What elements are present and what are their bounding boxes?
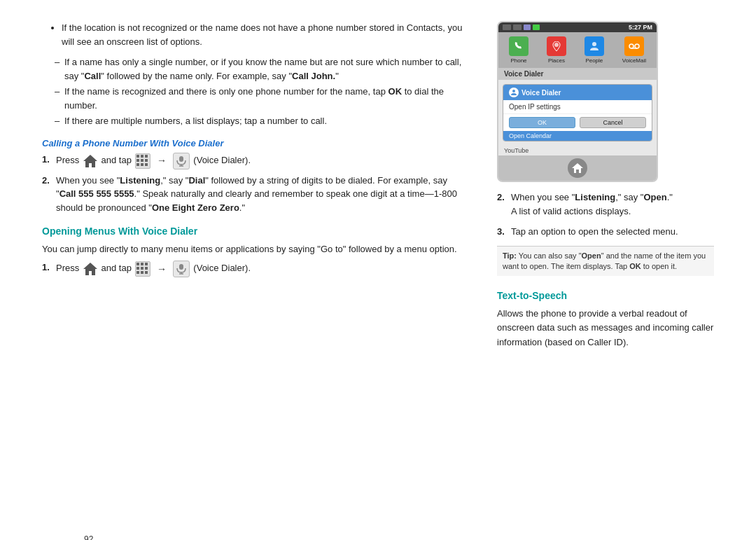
tip-box: Tip: You can also say "Open" and the nam… <box>497 246 714 277</box>
section2-heading: Opening Menus With Voice Dialer <box>42 226 469 237</box>
phone-dialog: Voice Dialer Open IP settings OK Cancel … <box>503 84 652 141</box>
svg-point-31 <box>512 90 515 92</box>
open-bold: Open <box>643 192 666 202</box>
phone-home-bar <box>498 155 657 181</box>
app-phone-label: Phone <box>510 57 526 64</box>
sub-item-3: If there are multiple numbers, a list di… <box>55 114 469 128</box>
bullet-list: If the location is not recognized or the… <box>49 21 469 48</box>
dialog-option-1: Open IP settings <box>503 100 652 114</box>
svg-rect-17 <box>136 267 139 270</box>
right-step-2: 2. When you see "Listening," say "Open."… <box>497 191 714 218</box>
status-icons-left <box>503 25 540 30</box>
app-voicemail: VoiceMail <box>622 36 646 64</box>
text-to-speech-heading: Text-to-Speech <box>497 290 714 301</box>
app-places: Places <box>547 36 566 64</box>
arrow-icon-2: → <box>157 262 167 277</box>
step2-sub: A list of valid actions displays. <box>511 206 631 216</box>
section1-heading: Calling a Phone Number With Voice Dialer <box>42 138 469 148</box>
svg-rect-2 <box>141 155 144 158</box>
svg-rect-8 <box>141 163 144 166</box>
svg-rect-16 <box>145 263 148 265</box>
right-steps: 2. When you see "Listening," say "Open."… <box>497 191 714 239</box>
svg-rect-21 <box>141 271 144 274</box>
battery-icon <box>533 25 540 30</box>
right-step-3: 3. Tap an option to open the selected me… <box>497 225 714 239</box>
svg-rect-22 <box>145 271 148 274</box>
svg-rect-20 <box>136 271 139 274</box>
svg-rect-7 <box>136 163 139 166</box>
sub-item-1: If a name has only a single number, or i… <box>55 55 469 83</box>
right-column: 5:27 PM Phone Places <box>497 21 714 354</box>
app-people-icon <box>584 36 604 56</box>
arrow-icon: → <box>157 153 167 168</box>
svg-rect-4 <box>136 159 139 162</box>
section2-body: You can jump directly to many menu items… <box>42 242 469 256</box>
app-phone-icon <box>509 36 528 56</box>
svg-rect-19 <box>145 267 148 270</box>
voice-dialer-bar: Voice Dialer <box>498 68 657 80</box>
svg-point-27 <box>592 42 596 46</box>
home-icon <box>83 154 97 168</box>
app-phone: Phone <box>509 36 528 64</box>
svg-rect-1 <box>136 155 139 158</box>
dialog-cancel-button[interactable]: Cancel <box>580 117 646 128</box>
svg-rect-15 <box>141 263 144 265</box>
grid-icon <box>135 153 150 169</box>
left-column: If the location is not recognized or the… <box>42 21 469 354</box>
svg-point-29 <box>635 44 639 48</box>
svg-rect-5 <box>141 159 144 162</box>
bullet-item-1: If the location is not recognized or the… <box>62 21 469 48</box>
tip-ok-bold: OK <box>629 262 641 270</box>
dialog-title-icon <box>509 88 519 97</box>
svg-rect-9 <box>145 163 148 166</box>
app-places-label: Places <box>548 57 565 64</box>
bt-icon <box>524 25 531 30</box>
status-time: 5:27 PM <box>629 24 652 31</box>
phone-home-button[interactable] <box>568 158 587 178</box>
svg-rect-14 <box>136 263 139 265</box>
svg-rect-3 <box>145 155 148 158</box>
svg-marker-0 <box>83 155 97 167</box>
dialog-ok-button[interactable]: OK <box>509 117 575 128</box>
numbered-item-1: 1. Press and tap <box>42 153 469 169</box>
page-number: 92 <box>84 534 93 540</box>
app-people: People <box>584 36 604 64</box>
svg-rect-6 <box>145 159 148 162</box>
svg-rect-23 <box>179 264 183 270</box>
step3-text: Tap an option to open the selected menu. <box>511 225 678 239</box>
dialog-buttons: OK Cancel <box>503 114 652 131</box>
mic-icon-2 <box>173 261 190 277</box>
svg-rect-18 <box>141 267 144 270</box>
numbered-list-1: 1. Press and tap <box>42 153 469 215</box>
svg-marker-13 <box>83 263 97 275</box>
home-icon-2 <box>83 262 97 276</box>
page-wrapper: If the location is not recognized or the… <box>42 21 714 540</box>
grid-icon-2 <box>135 261 150 277</box>
app-voicemail-label: VoiceMail <box>622 57 646 64</box>
mic-icon <box>173 153 190 169</box>
phone-status-bar: 5:27 PM <box>498 22 657 32</box>
sub-item-2: If the name is recognized and there is o… <box>55 85 469 112</box>
dialog-option-2: Open Calendar <box>503 131 652 141</box>
dialog-title-text: Voice Dialer <box>522 89 561 97</box>
numbered-list-2: 1. Press and tap <box>42 261 469 277</box>
wifi-icon <box>513 25 522 30</box>
svg-rect-10 <box>179 156 183 162</box>
app-places-icon <box>547 36 566 56</box>
numbered-item-2: 2. When you see "Listening," say "Dial" … <box>42 174 469 215</box>
tip-label: Tip: <box>503 251 517 260</box>
tip-open-bold: Open <box>582 251 601 260</box>
sub-list: If a name has only a single number, or i… <box>55 55 469 128</box>
app-voicemail-icon <box>624 36 644 56</box>
phone-dialog-title: Voice Dialer <box>503 85 652 100</box>
text-to-speech-body: Allows the phone to provide a verbal rea… <box>497 307 714 349</box>
svg-marker-32 <box>572 163 583 173</box>
page-layout: If the location is not recognized or the… <box>42 21 714 354</box>
listening-bold: Listening <box>575 192 615 202</box>
numbered-item-s2-1: 1. Press and tap <box>42 261 469 277</box>
youtube-label: YouTube <box>498 146 657 155</box>
app-people-label: People <box>585 57 603 64</box>
svg-point-28 <box>629 44 634 48</box>
signal-icon <box>503 25 511 30</box>
phone-screenshot: 5:27 PM Phone Places <box>497 21 658 182</box>
